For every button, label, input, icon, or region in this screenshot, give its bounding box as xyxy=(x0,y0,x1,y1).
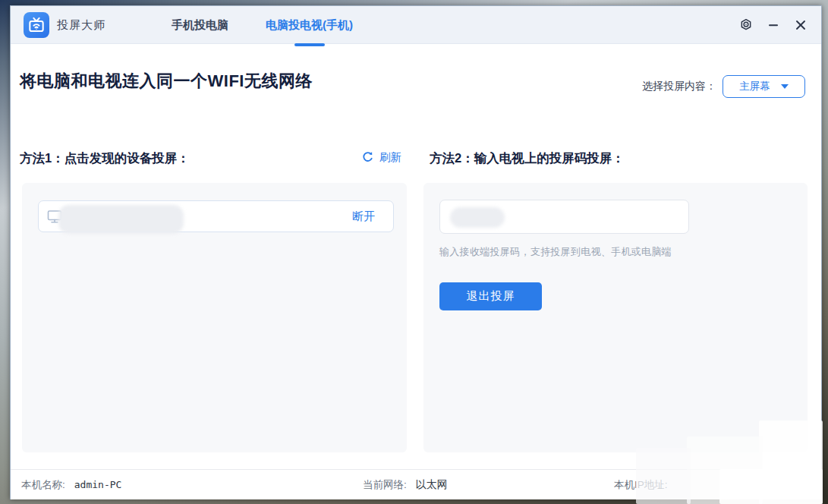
disconnect-button[interactable]: 断开 xyxy=(352,209,375,224)
refresh-icon xyxy=(361,151,374,164)
titlebar: 投屏大师 手机投电脑 电脑投电视(手机) xyxy=(11,6,821,44)
screen-source-dropdown[interactable]: 主屏幕 xyxy=(723,75,805,98)
refresh-button[interactable]: 刷新 xyxy=(361,150,401,165)
desktop-wallpaper: 投屏大师 手机投电脑 电脑投电视(手机) xyxy=(0,0,828,504)
content-select-label: 选择投屏内容： xyxy=(642,80,716,93)
content-select-row: 选择投屏内容： 主屏幕 xyxy=(642,75,805,98)
cast-code-input[interactable] xyxy=(439,200,689,234)
active-tab-underline xyxy=(294,43,325,46)
tab-pc-to-tv[interactable]: 电脑投电视(手机) xyxy=(266,6,353,44)
close-button[interactable] xyxy=(791,15,811,35)
device-list-item[interactable]: 断开 xyxy=(38,200,394,232)
dropdown-value: 主屏幕 xyxy=(739,80,770,93)
app-title: 投屏大师 xyxy=(57,18,105,33)
ip-value-redacted xyxy=(719,469,823,504)
exit-cast-button[interactable]: 退出投屏 xyxy=(439,282,542,310)
app-window: 投屏大师 手机投电脑 电脑投电视(手机) xyxy=(10,5,822,499)
network-item: 当前网络: 以太网 xyxy=(363,470,448,499)
host-name-item: 本机名称: admin-PC xyxy=(21,470,121,499)
method2-heading: 方法2：输入电视上的投屏码投屏： xyxy=(430,150,625,167)
device-list-panel: 断开 xyxy=(22,183,407,452)
host-name-label: 本机名称: xyxy=(21,478,65,492)
cast-code-redacted xyxy=(450,207,505,228)
network-label: 当前网络: xyxy=(363,478,407,492)
cast-code-panel: 输入接收端投屏码，支持投屏到电视、手机或电脑端 退出投屏 xyxy=(423,183,808,452)
app-identity: 投屏大师 xyxy=(24,6,105,44)
refresh-label: 刷新 xyxy=(379,150,401,165)
window-controls xyxy=(736,6,811,44)
device-name-redacted xyxy=(58,205,184,234)
settings-gear-icon[interactable] xyxy=(736,15,756,35)
method1-heading: 方法1：点击发现的设备投屏： xyxy=(20,150,190,167)
page-title: 将电脑和电视连入同一个WIFI无线网络 xyxy=(20,70,313,93)
redaction-overlay xyxy=(636,448,691,504)
tab-label: 电脑投电视(手机) xyxy=(266,18,353,33)
chevron-down-icon xyxy=(781,84,789,89)
network-value: 以太网 xyxy=(416,478,448,492)
minimize-button[interactable] xyxy=(763,15,783,35)
tab-phone-to-pc[interactable]: 手机投电脑 xyxy=(172,6,228,44)
host-name-value: admin-PC xyxy=(74,479,122,490)
cast-code-hint: 输入接收端投屏码，支持投屏到电视、手机或电脑端 xyxy=(439,245,672,259)
tab-bar: 手机投电脑 电脑投电视(手机) xyxy=(172,6,353,44)
app-logo-icon xyxy=(24,12,49,38)
